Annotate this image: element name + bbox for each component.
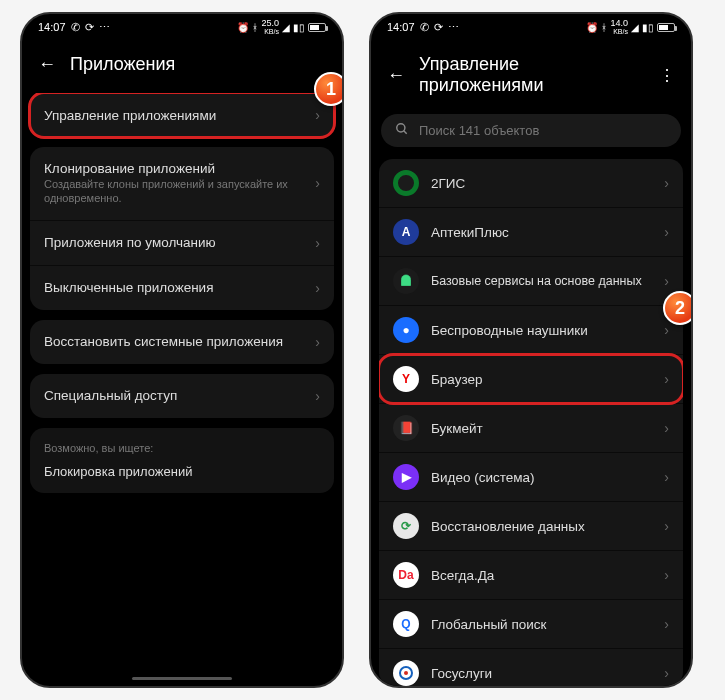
bluetooth-icon: ᚼ [252, 22, 258, 33]
app-row-recovery[interactable]: ⟳ Восстановление данных › [379, 501, 683, 550]
app-label: Восстановление данных [431, 519, 652, 534]
page-title: Управление приложениями [419, 54, 645, 96]
more-icon[interactable]: ⋮ [659, 66, 675, 85]
app-icon-yandex: Y [393, 366, 419, 392]
app-row-apteki[interactable]: А АптекиПлюс › [379, 207, 683, 256]
chevron-right-icon: › [315, 107, 320, 123]
hint-title: Возможно, вы ищете: [44, 442, 320, 454]
app-row-vsegdada[interactable]: Da Всегда.Да › [379, 550, 683, 599]
app-row-gosuslugi[interactable]: Госуслуги › [379, 648, 683, 686]
app-icon-earbuds: ● [393, 317, 419, 343]
chevron-right-icon: › [315, 388, 320, 404]
wifi-icon: ◢ [282, 22, 290, 33]
app-icon-bookmate: 📕 [393, 415, 419, 441]
chevron-right-icon: › [315, 235, 320, 251]
chevron-right-icon: › [315, 334, 320, 350]
search-bar[interactable] [381, 114, 681, 147]
app-label: Базовые сервисы на основе данных [431, 274, 652, 288]
app-icon-gosuslugi [393, 660, 419, 686]
app-label: Глобальный поиск [431, 617, 652, 632]
row-disabled-apps[interactable]: Выключенные приложения › [30, 265, 334, 310]
data-speed: 14.0KB/s [610, 19, 628, 35]
alarm-icon: ⏰ [586, 22, 598, 33]
group-special: Специальный доступ › [30, 374, 334, 418]
chevron-right-icon: › [664, 371, 669, 387]
search-input[interactable] [419, 123, 667, 138]
app-list: 2ГИС › А АптекиПлюс › Базовые сервисы на… [379, 159, 683, 686]
app-label: АптекиПлюс [431, 225, 652, 240]
row-restore-system[interactable]: Восстановить системные приложения › [30, 320, 334, 364]
search-icon [395, 122, 409, 139]
chevron-right-icon: › [664, 567, 669, 583]
step-badge-2: 2 [663, 291, 693, 325]
wifi-icon: ◢ [631, 22, 639, 33]
chevron-right-icon: › [664, 175, 669, 191]
row-label: Приложения по умолчанию [44, 235, 303, 250]
chevron-right-icon: › [664, 224, 669, 240]
group-primary: Управление приложениями › [30, 93, 334, 137]
row-label: Выключенные приложения [44, 280, 303, 295]
step-badge-1: 1 [314, 72, 344, 106]
chevron-right-icon: › [664, 322, 669, 338]
status-time: 14:07 [387, 21, 415, 33]
app-icon-video: ▶ [393, 464, 419, 490]
chevron-right-icon: › [664, 665, 669, 681]
app-label: Букмейт [431, 421, 652, 436]
svg-point-3 [404, 671, 408, 675]
more-icon: ⋯ [448, 21, 459, 34]
app-row-2gis[interactable]: 2ГИС › [379, 159, 683, 207]
row-manage-apps[interactable]: Управление приложениями › [30, 93, 334, 137]
whatsapp-icon: ✆ [71, 21, 80, 34]
app-row-baseservices[interactable]: Базовые сервисы на основе данных › [379, 256, 683, 305]
home-indicator[interactable] [132, 677, 232, 680]
header: ← Управление приложениями ⋮ [371, 40, 691, 114]
app-row-globalsearch[interactable]: Q Глобальный поиск › [379, 599, 683, 648]
chevron-right-icon: › [664, 273, 669, 289]
status-bar: 14:07 ✆ ⟳ ⋯ ⏰ ᚼ 25.0KB/s ◢ ▮▯ [22, 14, 342, 40]
page-title: Приложения [70, 54, 326, 75]
row-default-apps[interactable]: Приложения по умолчанию › [30, 220, 334, 265]
chevron-right-icon: › [315, 280, 320, 296]
data-speed: 25.0KB/s [261, 19, 279, 35]
chevron-right-icon: › [315, 175, 320, 191]
group-restore: Восстановить системные приложения › [30, 320, 334, 364]
more-icon: ⋯ [99, 21, 110, 34]
app-row-earbuds[interactable]: ● Беспроводные наушники › [379, 305, 683, 354]
app-icon-apteki: А [393, 219, 419, 245]
phone-left: 14:07 ✆ ⟳ ⋯ ⏰ ᚼ 25.0KB/s ◢ ▮▯ ← Приложен… [20, 12, 344, 688]
app-icon-globalsearch: Q [393, 611, 419, 637]
back-icon[interactable]: ← [38, 54, 56, 75]
row-special-access[interactable]: Специальный доступ › [30, 374, 334, 418]
row-label: Клонирование приложений Создавайте клоны… [44, 161, 303, 206]
app-label: Госуслуги [431, 666, 652, 681]
header: ← Приложения [22, 40, 342, 93]
hint-box: Возможно, вы ищете: Блокировка приложени… [30, 428, 334, 493]
hint-item[interactable]: Блокировка приложений [44, 464, 320, 479]
row-subtitle: Создавайте клоны приложений и запускайте… [44, 178, 303, 206]
whatsapp-icon: ✆ [420, 21, 429, 34]
chevron-right-icon: › [664, 469, 669, 485]
row-label: Восстановить системные приложения [44, 334, 303, 349]
status-bar: 14:07 ✆ ⟳ ⋯ ⏰ ᚼ 14.0KB/s ◢ ▮▯ [371, 14, 691, 40]
status-time: 14:07 [38, 21, 66, 33]
app-icon-android [393, 268, 419, 294]
app-label: 2ГИС [431, 176, 652, 191]
signal-icon: ▮▯ [293, 22, 305, 33]
back-icon[interactable]: ← [387, 65, 405, 86]
row-label: Управление приложениями [44, 108, 303, 123]
phone-right: 14:07 ✆ ⟳ ⋯ ⏰ ᚼ 14.0KB/s ◢ ▮▯ ← Управлен… [369, 12, 693, 688]
svg-line-1 [404, 131, 407, 134]
app-row-browser[interactable]: Y Браузер › [379, 354, 683, 403]
sync-icon: ⟳ [434, 21, 443, 34]
app-label: Видео (система) [431, 470, 652, 485]
battery-icon [657, 23, 675, 32]
row-clone-apps[interactable]: Клонирование приложений Создавайте клоны… [30, 147, 334, 220]
app-label: Браузер [431, 372, 652, 387]
chevron-right-icon: › [664, 616, 669, 632]
signal-icon: ▮▯ [642, 22, 654, 33]
bluetooth-icon: ᚼ [601, 22, 607, 33]
sync-icon: ⟳ [85, 21, 94, 34]
chevron-right-icon: › [664, 420, 669, 436]
app-row-bookmate[interactable]: 📕 Букмейт › [379, 403, 683, 452]
app-row-video[interactable]: ▶ Видео (система) › [379, 452, 683, 501]
